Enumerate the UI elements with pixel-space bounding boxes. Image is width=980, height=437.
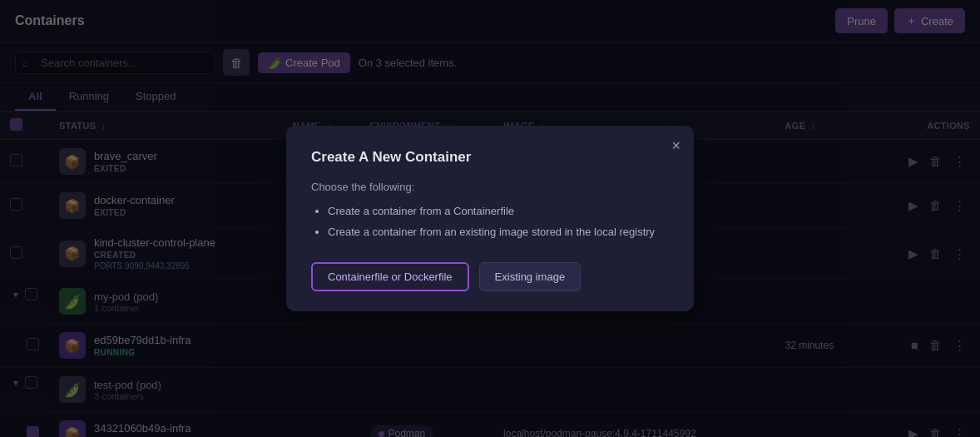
modal-option-2: Create a container from an existing imag… [328,222,669,243]
modal-actions: Containerfile or Dockerfile Existing ima… [311,262,669,291]
modal-options: Create a container from a Containerfile … [311,201,669,242]
containerfile-button[interactable]: Containerfile or Dockerfile [311,262,469,291]
modal-title: Create A New Container [311,149,669,166]
modal: Create A New Container × Choose the foll… [286,126,694,311]
modal-close-button[interactable]: × [671,137,681,155]
modal-overlay: Create A New Container × Choose the foll… [0,0,980,437]
existing-image-button[interactable]: Existing image [479,262,582,291]
modal-option-1: Create a container from a Containerfile [328,201,669,222]
modal-desc: Choose the following: [311,181,669,193]
